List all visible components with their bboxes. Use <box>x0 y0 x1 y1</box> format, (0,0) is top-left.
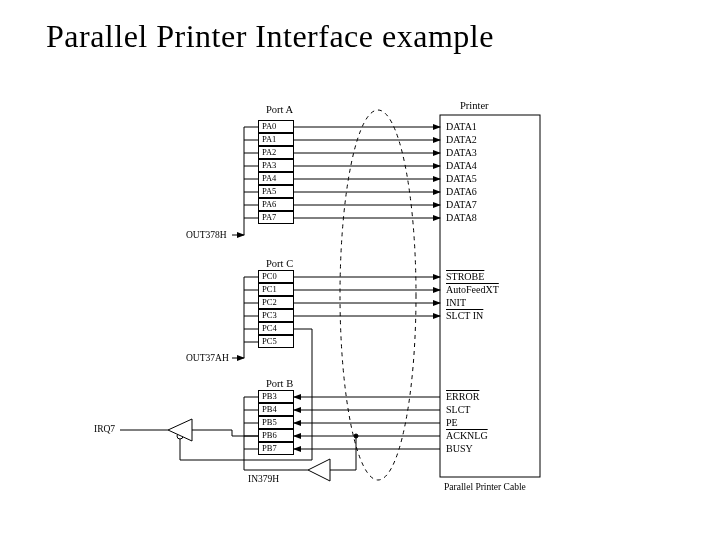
pin-pa7: PA7 <box>258 211 294 224</box>
pin-pb7: PB7 <box>258 442 294 455</box>
sig-data5: DATA5 <box>446 173 477 184</box>
pin-pa5: PA5 <box>258 185 294 198</box>
sig-stat-1: SLCT <box>446 404 470 415</box>
sig-data6: DATA6 <box>446 186 477 197</box>
label-irq7: IRQ7 <box>94 424 115 434</box>
pin-pa0: PA0 <box>258 120 294 133</box>
label-port-a: Port A <box>266 104 293 115</box>
pin-pa4: PA4 <box>258 172 294 185</box>
pin-pb3: PB3 <box>258 390 294 403</box>
sig-stat-3: ACKNLG <box>446 430 488 441</box>
sig-ctrl-3: SLCT IN <box>446 310 483 321</box>
label-out378: OUT378H <box>186 230 227 240</box>
label-out37a: OUT37AH <box>186 353 229 363</box>
pin-pb6: PB6 <box>258 429 294 442</box>
pin-pc4: PC4 <box>258 322 294 335</box>
pin-pb5: PB5 <box>258 416 294 429</box>
label-cable: Parallel Printer Cable <box>444 482 526 492</box>
diagram: PA0PA1PA2PA3PA4PA5PA6PA7PC0PC1PC2PC3PC4P… <box>0 60 720 530</box>
pin-pa2: PA2 <box>258 146 294 159</box>
pin-pb4: PB4 <box>258 403 294 416</box>
pin-pc2: PC2 <box>258 296 294 309</box>
sig-data7: DATA7 <box>446 199 477 210</box>
pin-pc5: PC5 <box>258 335 294 348</box>
svg-point-51 <box>354 434 358 438</box>
pin-pc1: PC1 <box>258 283 294 296</box>
sig-ctrl-0: STROBE <box>446 271 484 282</box>
page-title: Parallel Printer Interface example <box>46 18 720 55</box>
pin-pc3: PC3 <box>258 309 294 322</box>
label-port-c: Port C <box>266 258 293 269</box>
sig-data3: DATA3 <box>446 147 477 158</box>
label-port-b: Port B <box>266 378 293 389</box>
label-in379: IN379H <box>248 474 279 484</box>
sig-data2: DATA2 <box>446 134 477 145</box>
sig-ctrl-1: AutoFeedXT <box>446 284 499 295</box>
sig-ctrl-2: INIT <box>446 297 466 308</box>
sig-data8: DATA8 <box>446 212 477 223</box>
sig-stat-4: BUSY <box>446 443 473 454</box>
pin-pa3: PA3 <box>258 159 294 172</box>
sig-data4: DATA4 <box>446 160 477 171</box>
label-printer: Printer <box>460 100 489 111</box>
sig-data1: DATA1 <box>446 121 477 132</box>
sig-stat-0: ERROR <box>446 391 479 402</box>
sig-stat-2: PE <box>446 417 458 428</box>
pin-pc0: PC0 <box>258 270 294 283</box>
pin-pa6: PA6 <box>258 198 294 211</box>
pin-pa1: PA1 <box>258 133 294 146</box>
